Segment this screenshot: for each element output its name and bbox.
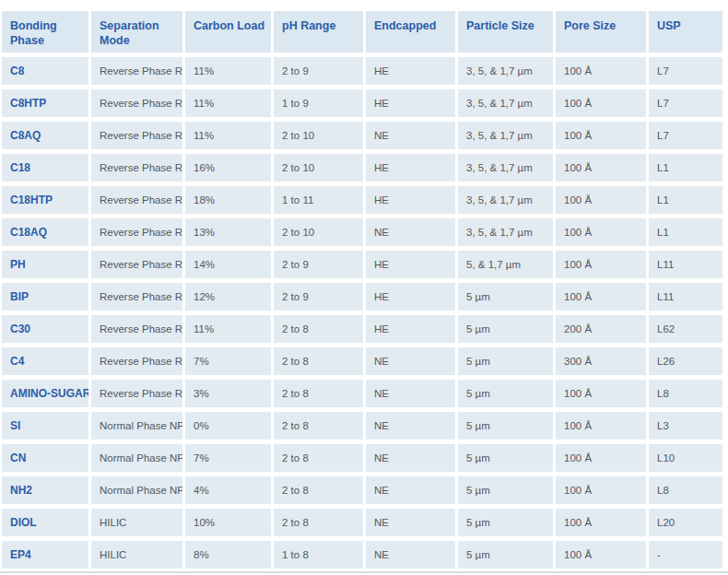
- row-label: C8HTP: [2, 89, 88, 117]
- column-header: Particle Size: [458, 11, 553, 53]
- table-cell: 10%: [185, 509, 271, 536]
- table-cell: 2 to 8: [274, 347, 363, 375]
- table-cell: HE: [366, 154, 455, 182]
- row-label: C18: [2, 154, 88, 182]
- row-label: SI: [2, 412, 88, 440]
- row-label: C18AQ: [2, 218, 88, 246]
- table-cell: -: [649, 541, 722, 569]
- table-cell: NE: [366, 541, 455, 569]
- table-cell: HE: [366, 186, 455, 214]
- table-cell: HE: [366, 315, 455, 343]
- table-cell: 11%: [185, 315, 271, 343]
- table-cell: L1: [649, 154, 722, 182]
- column-header: Separation Mode: [91, 11, 182, 53]
- table-cell: 5 µm: [458, 444, 553, 472]
- table-cell: 4%: [185, 476, 271, 504]
- table-cell: L62: [649, 315, 722, 343]
- table-cell: 2 to 10: [274, 154, 363, 182]
- table-cell: 100 Å: [556, 476, 646, 504]
- table-cell: L20: [649, 509, 722, 536]
- column-header: Bonding Phase: [2, 11, 88, 53]
- bonding-phase-table: Bonding PhaseSeparation ModeCarbon Loadp…: [2, 11, 722, 569]
- table-cell: Reverse Phase RP: [91, 315, 182, 343]
- table-cell: 2 to 8: [274, 444, 363, 472]
- table-cell: 100 Å: [556, 89, 646, 117]
- table-cell: L26: [649, 347, 722, 375]
- table-cell: L8: [649, 476, 722, 504]
- column-header: Carbon Load: [185, 11, 271, 53]
- table-cell: 2 to 10: [274, 122, 363, 149]
- table-cell: 5 µm: [458, 347, 553, 375]
- table-cell: 300 Å: [556, 347, 646, 375]
- table-cell: NE: [366, 122, 455, 149]
- row-label: EP4: [2, 541, 88, 569]
- table-cell: Reverse Phase RP: [91, 122, 182, 149]
- column-header: Endcapped: [366, 11, 455, 53]
- table-cell: NE: [366, 218, 455, 246]
- table-cell: L8: [649, 380, 722, 407]
- table-cell: NE: [366, 444, 455, 472]
- table-cell: 0%: [185, 412, 271, 440]
- table-cell: 2 to 8: [274, 380, 363, 407]
- column-header: Pore Size: [556, 11, 646, 53]
- table-cell: 2 to 9: [274, 57, 363, 85]
- table-cell: 8%: [185, 541, 271, 569]
- table-cell: 2 to 9: [274, 251, 363, 278]
- table-cell: 200 Å: [556, 315, 646, 343]
- table-cell: HILIC: [91, 541, 182, 569]
- table-cell: 100 Å: [556, 57, 646, 85]
- row-label: DIOL: [2, 509, 88, 536]
- table-cell: 5 µm: [458, 476, 553, 504]
- table-cell: 5 µm: [458, 315, 553, 343]
- table-cell: 100 Å: [556, 412, 646, 440]
- table-cell: Reverse Phase RP: [91, 380, 182, 407]
- table-cell: Reverse Phase RP: [91, 89, 182, 117]
- table-cell: 11%: [185, 122, 271, 149]
- table-cell: Reverse Phase RP: [91, 218, 182, 246]
- table-cell: 1 to 9: [274, 89, 363, 117]
- table-cell: Normal Phase NP: [91, 476, 182, 504]
- bonding-phase-table-wrap: Bonding PhaseSeparation ModeCarbon Loadp…: [2, 11, 722, 569]
- table-cell: 100 Å: [556, 186, 646, 214]
- row-label: CN: [2, 444, 88, 472]
- table-cell: 100 Å: [556, 154, 646, 182]
- table-cell: Reverse Phase RP: [91, 186, 182, 214]
- table-cell: Reverse Phase RP: [91, 57, 182, 85]
- table-cell: 5 µm: [458, 509, 553, 536]
- table-cell: 100 Å: [556, 380, 646, 407]
- table-cell: 100 Å: [556, 283, 646, 311]
- table-cell: 3, 5, & 1,7 µm: [458, 89, 553, 117]
- table-cell: 16%: [185, 154, 271, 182]
- row-label: AMINO-SUGAR: [2, 380, 88, 407]
- column-header: pH Range: [274, 11, 363, 53]
- table-cell: 3, 5, & 1,7 µm: [458, 218, 553, 246]
- table-cell: NE: [366, 347, 455, 375]
- table-cell: 2 to 8: [274, 412, 363, 440]
- table-cell: L11: [649, 283, 722, 311]
- table-cell: 100 Å: [556, 509, 646, 536]
- column-header: USP: [649, 11, 722, 53]
- table-cell: 5 µm: [458, 541, 553, 569]
- table-cell: 5 µm: [458, 380, 553, 407]
- table-cell: 5 µm: [458, 283, 553, 311]
- table-cell: 100 Å: [556, 541, 646, 569]
- table-cell: 2 to 8: [274, 315, 363, 343]
- table-cell: 2 to 9: [274, 283, 363, 311]
- table-cell: L7: [649, 57, 722, 85]
- table-cell: HILIC: [91, 509, 182, 536]
- table-cell: 14%: [185, 251, 271, 278]
- table-cell: NE: [366, 380, 455, 407]
- table-cell: 100 Å: [556, 251, 646, 278]
- table-cell: 13%: [185, 218, 271, 246]
- row-label: BIP: [2, 283, 88, 311]
- table-cell: Reverse Phase RP: [91, 154, 182, 182]
- table-cell: 11%: [185, 89, 271, 117]
- table-cell: 18%: [185, 186, 271, 214]
- table-cell: HE: [366, 283, 455, 311]
- table-cell: NE: [366, 412, 455, 440]
- table-cell: 12%: [185, 283, 271, 311]
- table-cell: 11%: [185, 57, 271, 85]
- table-cell: NE: [366, 509, 455, 536]
- table-cell: L11: [649, 251, 722, 278]
- table-cell: L10: [649, 444, 722, 472]
